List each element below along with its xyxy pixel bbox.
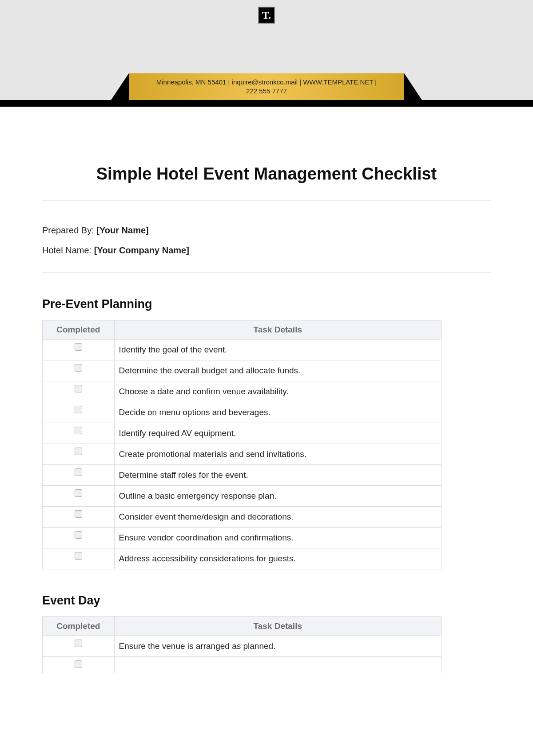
checkbox-icon[interactable] bbox=[75, 552, 82, 560]
table-row: Identify the goal of the event. bbox=[43, 340, 442, 360]
banner-line-1: Minneapolis, MN 55401 | inquire@stronkco… bbox=[156, 78, 377, 87]
hotel-name-label: Hotel Name: bbox=[42, 245, 94, 255]
task-cell: Outline a basic emergency response plan. bbox=[114, 486, 441, 507]
task-cell: Address accessibility considerations for… bbox=[114, 548, 441, 569]
prepared-by-line: Prepared By: [Your Name] bbox=[42, 225, 491, 236]
checkbox-icon[interactable] bbox=[75, 364, 82, 372]
banner-wing-right bbox=[404, 73, 422, 100]
table-row: Identify required AV equipment. bbox=[43, 423, 442, 444]
table-row: Consider event theme/design and decorati… bbox=[43, 507, 442, 528]
task-cell: Determine the overall budget and allocat… bbox=[114, 360, 441, 381]
logo-icon: T. bbox=[258, 7, 275, 24]
banner-wing-left bbox=[111, 73, 129, 100]
page-title: Simple Hotel Event Management Checklist bbox=[42, 164, 491, 184]
table-row bbox=[43, 657, 442, 673]
divider-1 bbox=[42, 200, 491, 201]
table-row: Ensure the venue is arranged as planned. bbox=[43, 636, 442, 657]
checkbox-icon[interactable] bbox=[75, 448, 82, 455]
task-cell: Choose a date and confirm venue availabi… bbox=[114, 381, 441, 402]
checkbox-icon[interactable] bbox=[75, 531, 82, 539]
task-cell: Identify the goal of the event. bbox=[114, 340, 441, 360]
checkbox-icon[interactable] bbox=[75, 468, 82, 476]
task-cell: Ensure the venue is arranged as planned. bbox=[114, 636, 441, 657]
section-heading-pre-event: Pre-Event Planning bbox=[42, 297, 491, 311]
checkbox-icon[interactable] bbox=[75, 640, 82, 647]
task-cell: Create promotional materials and send in… bbox=[114, 444, 441, 465]
checkbox-icon[interactable] bbox=[75, 510, 82, 518]
prepared-by-value: [Your Name] bbox=[96, 225, 148, 235]
table-row: Create promotional materials and send in… bbox=[43, 444, 442, 465]
hotel-name-line: Hotel Name: [Your Company Name] bbox=[42, 245, 491, 256]
document-body: Simple Hotel Event Management Checklist … bbox=[0, 164, 533, 673]
table-row: Ensure vendor coordination and confirmat… bbox=[43, 528, 442, 548]
table-row: Determine the overall budget and allocat… bbox=[43, 360, 442, 381]
table-pre-event: Completed Task Details Identify the goal… bbox=[42, 320, 442, 569]
table-header-row: Completed Task Details bbox=[43, 320, 442, 340]
table-row: Choose a date and confirm venue availabi… bbox=[43, 381, 442, 402]
header-band: T. Minneapolis, MN 55401 | inquire@stron… bbox=[0, 0, 533, 100]
meta-block: Prepared By: [Your Name] Hotel Name: [Yo… bbox=[42, 225, 491, 256]
header-banner: Minneapolis, MN 55401 | inquire@stronkco… bbox=[111, 73, 422, 100]
prepared-by-label: Prepared By: bbox=[42, 225, 96, 235]
checkbox-icon[interactable] bbox=[75, 427, 82, 434]
task-cell: Determine staff roles for the event. bbox=[114, 465, 441, 486]
col-task-details: Task Details bbox=[114, 320, 441, 340]
task-cell: Identify required AV equipment. bbox=[114, 423, 441, 444]
task-cell bbox=[114, 657, 441, 673]
col-completed: Completed bbox=[43, 320, 115, 340]
hotel-name-value: [Your Company Name] bbox=[94, 245, 189, 255]
divider-2 bbox=[42, 272, 491, 273]
task-cell: Consider event theme/design and decorati… bbox=[114, 507, 441, 528]
banner-body: Minneapolis, MN 55401 | inquire@stronkco… bbox=[129, 73, 404, 100]
col-task-details: Task Details bbox=[114, 617, 441, 636]
table-event-day: Completed Task Details Ensure the venue … bbox=[42, 616, 442, 673]
checkbox-icon[interactable] bbox=[75, 489, 82, 497]
checkbox-icon[interactable] bbox=[75, 343, 82, 351]
checkbox-icon[interactable] bbox=[75, 406, 82, 413]
table-row: Decide on menu options and beverages. bbox=[43, 402, 442, 423]
table-row: Outline a basic emergency response plan. bbox=[43, 486, 442, 507]
task-cell: Decide on menu options and beverages. bbox=[114, 402, 441, 423]
table-row: Address accessibility considerations for… bbox=[43, 548, 442, 569]
banner-line-2: 222 555 7777 bbox=[246, 87, 287, 96]
task-cell: Ensure vendor coordination and confirmat… bbox=[114, 528, 441, 548]
checkbox-icon[interactable] bbox=[75, 660, 82, 668]
header-black-strip bbox=[0, 100, 533, 107]
table-row: Determine staff roles for the event. bbox=[43, 465, 442, 486]
table-header-row: Completed Task Details bbox=[43, 617, 442, 636]
col-completed: Completed bbox=[43, 617, 115, 636]
checkbox-icon[interactable] bbox=[75, 385, 82, 392]
section-heading-event-day: Event Day bbox=[42, 594, 491, 608]
